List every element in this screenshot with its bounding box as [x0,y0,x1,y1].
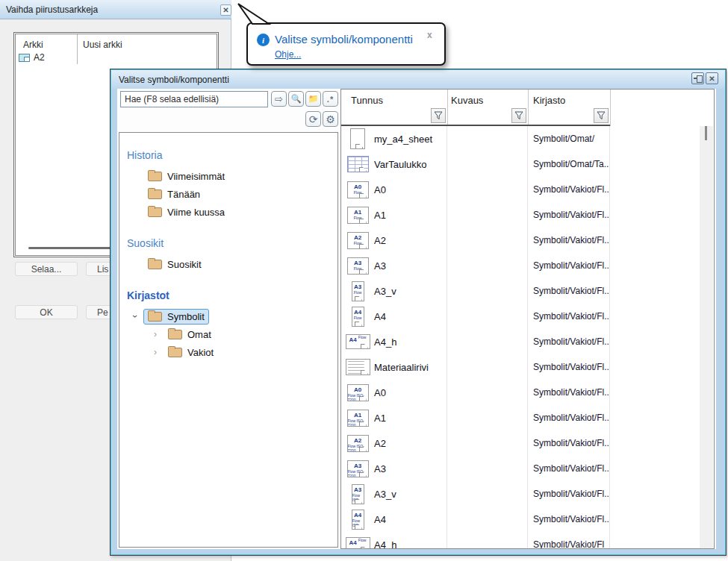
cell-tunnus: A3Flow A3_v [341,278,447,304]
table-row[interactable]: A3Flow ISO-7200 A3 Symbolit/Vakiot/Fl... [341,456,700,481]
regex-button[interactable]: .* [323,91,338,107]
filter-button-kirjasto[interactable] [594,108,609,123]
tree-item[interactable]: › Vakiot [147,343,337,361]
column-header-kirjasto[interactable]: Kirjasto [533,95,565,106]
cell-kirjasto: Symbolit/Omat/Ta... [528,151,610,177]
chevron-icon[interactable]: › [147,347,164,357]
dialog2-titlebar[interactable]: Valitse symboli/komponentti [111,70,725,89]
search-input[interactable] [120,91,268,107]
help-link[interactable]: Ohje... [275,49,301,60]
cell-kirjasto: Symbolit/Vakiot/Fl... [528,430,610,456]
table-row[interactable]: A2Flow ISO-7200 A2 Symbolit/Vakiot/Fl... [341,430,700,456]
cell-kuvaus [447,354,528,380]
search-go-button[interactable]: ⇨ [271,91,287,107]
pin-icon [694,75,702,82]
cell-tunnus: Materiaalirivi [341,354,447,380]
folder-icon [168,330,182,339]
tooltip-balloon: i Valitse symboli/komponentti x Ohje... [246,22,446,66]
dialog-valitse-symboli: Valitse symboli/komponentti ✕ ⇨ 🔍 📁 .* ⟳… [110,69,727,556]
dialog2-content: ⇨ 🔍 📁 .* ⟳ ⚙ Historia › Viimeisimmät › T… [117,89,716,549]
refresh-button[interactable]: ⟳ [305,111,321,127]
cell-kuvaus [447,228,528,253]
filter-button-tunnus[interactable] [431,108,446,123]
tree-item[interactable]: › Suosikit [127,255,337,273]
table-row[interactable]: VarTaulukko Symbolit/Omat/Ta... [341,151,700,177]
table-row[interactable]: A4Flow A4_h Symbolit/Vakiot/Fl [341,532,700,549]
symbol-thumbnail-icon: A3Flow ISO [341,484,374,504]
tree-item[interactable]: › Viimeisimmät [127,167,337,185]
cell-tunnus: A3Flow A3 [341,253,447,278]
header-underline [341,125,610,126]
page-fold-icon [355,322,362,327]
search-button[interactable]: 🔍 [288,91,304,107]
tree-item[interactable]: › Viime kuussa [127,203,337,221]
table-row[interactable]: A2Flow A2 Symbolit/Vakiot/Fl... [341,228,700,253]
table-row[interactable]: A0Flow ISO-7200 A0 Symbolit/Vakiot/Fl... [341,380,700,405]
tree-section-header: Historia [127,149,337,161]
cell-tunnus: A2Flow ISO-7200 A2 [341,430,447,456]
tooltip-close-icon[interactable]: x [427,30,432,40]
browse-button[interactable]: Selaa... [15,262,78,276]
symbol-thumbnail-icon: A0Flow ISO-7200 [341,384,374,401]
page-fold-icon [359,269,367,275]
folder-icon: 📁 [308,94,319,104]
pin-button[interactable] [691,72,704,84]
cell-kirjasto: Symbolit/Vakiot/Fl... [528,253,610,278]
table-row[interactable]: A4Flow A4 Symbolit/Vakiot/Fl... [341,304,700,329]
table-row[interactable]: A3Flow A3_v Symbolit/Vakiot/Fl... [341,278,700,304]
tree-item[interactable]: › Omat [147,325,337,343]
cell-kuvaus [447,430,528,456]
table-header: Tunnus Kuvaus Kirjasto [341,90,714,126]
symbol-thumbnail-icon: A4Flow [341,334,374,349]
cell-kuvaus [447,380,528,405]
list-item[interactable]: A2 [19,52,45,63]
arrow-right-icon: ⇨ [275,93,283,104]
cell-kuvaus [447,126,528,151]
tree-item[interactable]: › Tänään [127,185,337,203]
table-row[interactable]: A3Flow A3 Symbolit/Vakiot/Fl... [341,253,700,278]
funnel-icon [514,111,523,120]
cell-tunnus: A3Flow ISO A3_v [341,481,447,507]
row-label: A1 [374,413,386,424]
tree-section: Historia › Viimeisimmät › Tänään › Viime… [127,149,337,221]
table-row[interactable]: A0Flow A0 Symbolit/Vakiot/Fl... [341,177,700,202]
chevron-icon[interactable]: › [147,329,164,339]
cell-kirjasto: Symbolit/Vakiot/Fl [528,532,610,549]
tree-item[interactable]: › Symbolit [127,307,337,325]
table-row[interactable]: A1Flow ISO-7200 A1 Symbolit/Vakiot/Fl... [341,405,700,430]
symbol-thumbnail-icon: A3Flow [341,257,374,275]
cell-kuvaus [447,481,528,507]
table-row[interactable]: A1Flow A1 Symbolit/Vakiot/Fl... [341,202,700,228]
dialog1-close-button[interactable]: ✕ [220,4,231,16]
column-header-tunnus[interactable]: Tunnus [351,95,383,106]
header-separator [528,90,529,126]
column-header-uusi-arkki: Uusi arkki [83,40,122,50]
ok-button[interactable]: OK [15,305,78,319]
column-header-kuvaus[interactable]: Kuvaus [451,95,483,106]
table-row[interactable]: A4Flow A4_h Symbolit/Vakiot/Fl... [341,329,700,354]
row-label: A4_h [374,539,396,550]
table-row[interactable]: A4Flow ISO A4 Symbolit/Vakiot/Fl... [341,507,700,532]
vertical-scrollbar-track[interactable] [700,90,713,549]
library-tree-panel[interactable]: Historia › Viimeisimmät › Tänään › Viime… [119,132,338,548]
cell-kuvaus [447,177,528,202]
tree-item-label: Vakiot [187,347,214,358]
row-label: A3 [374,463,386,474]
cell-kuvaus [447,151,528,177]
row-label: A0 [374,184,386,195]
tree-item-label: Omat [187,329,211,340]
table-row[interactable]: my_a4_sheet Symbolit/Omat/ [341,126,700,151]
table-body: my_a4_sheet Symbolit/Omat/ VarTaulukko S… [341,126,700,549]
dialog2-close-button[interactable]: ✕ [706,72,718,84]
chevron-icon[interactable]: › [130,308,140,325]
table-row[interactable]: Materiaalirivi Symbolit/Vakiot/Fl... [341,354,700,380]
table-row[interactable]: A3Flow ISO A3_v Symbolit/Vakiot/Fl... [341,481,700,507]
open-folder-button[interactable]: 📁 [305,91,321,107]
symbol-thumbnail-icon: A4Flow ISO [341,510,374,530]
folder-icon [168,348,182,357]
tooltip-tail [233,1,272,25]
dialog1-titlebar[interactable]: Vaihda piirustusarkkeja [0,0,231,19]
settings-button[interactable]: ⚙ [323,111,338,127]
filter-button-kuvaus[interactable] [511,108,526,123]
symbol-thumbnail-icon: A2Flow ISO-7200 [341,435,374,452]
